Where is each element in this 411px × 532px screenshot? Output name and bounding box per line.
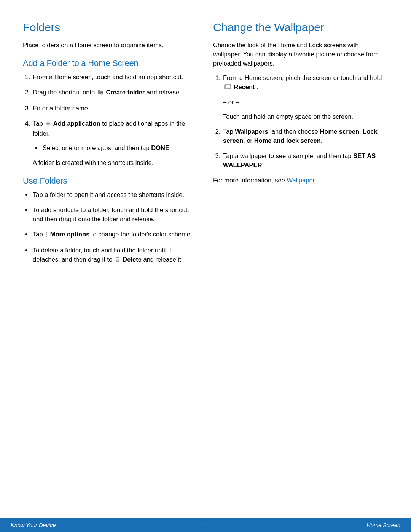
wallpaper-steps: From a Home screen, pinch the screen or … (213, 73, 388, 170)
step-text: , and then choose (268, 128, 320, 135)
list-item: Select one or more apps, and then tap DO… (42, 144, 198, 153)
folder-created-note: A folder is created with the shortcuts i… (33, 158, 198, 168)
list-item: From a Home screen, pinch the screen or … (222, 73, 388, 121)
more-info-text: For more information, see (213, 177, 287, 184)
folders-intro: Place folders on a Home screen to organi… (23, 41, 198, 50)
list-item: Tap More options to change the folder's … (32, 230, 198, 240)
add-folder-steps: From a Home screen, touch and hold an ap… (23, 73, 198, 168)
step-text: to change the folder's color scheme. (91, 231, 192, 238)
step-text: . (321, 137, 323, 144)
more-options-icon (45, 231, 48, 240)
right-column: Change the Wallpaper Change the look of … (213, 21, 388, 271)
sub-bullets: Select one or more apps, and then tap DO… (33, 144, 198, 153)
create-folder-icon (97, 89, 104, 98)
step-bold: Home screen (320, 128, 359, 135)
step-bold: Wallpapers (235, 128, 268, 135)
list-item: Tap a folder to open it and access the s… (32, 190, 198, 200)
step-text: Drag the shortcut onto (33, 89, 97, 96)
step-text: Tap a wallpaper to see a sample, and the… (223, 152, 353, 159)
heading-folders: Folders (23, 21, 198, 34)
plus-icon (45, 120, 51, 129)
svg-rect-5 (225, 84, 231, 88)
wallpaper-intro: Change the look of the Home and Lock scr… (213, 41, 388, 68)
page-number: 11 (202, 522, 209, 528)
recent-icon (224, 83, 231, 93)
trash-icon (115, 256, 120, 265)
step-text: . (169, 144, 171, 151)
svg-point-2 (46, 234, 47, 235)
more-info-text: . (314, 177, 316, 184)
svg-point-1 (46, 232, 47, 233)
list-item: Tap Wallpapers, and then choose Home scr… (222, 127, 388, 145)
page-content: Folders Place folders on a Home screen t… (0, 0, 411, 271)
step-bold: More options (50, 231, 90, 238)
step-text: . (262, 161, 264, 168)
heading-use-folders: Use Folders (23, 176, 198, 186)
step-text: From a Home screen, pinch the screen or … (223, 74, 382, 81)
step-bold: DONE (151, 144, 169, 151)
list-item: Tap Add application to place additional … (32, 119, 198, 168)
use-folders-bullets: Tap a folder to open it and access the s… (23, 190, 198, 265)
heading-wallpaper: Change the Wallpaper (213, 21, 388, 34)
left-column: Folders Place folders on a Home screen t… (23, 21, 198, 271)
list-item: Drag the shortcut onto Create folder and… (32, 88, 198, 98)
step-text: and release it. (143, 256, 183, 263)
more-info: For more information, see Wallpaper. (213, 176, 388, 185)
page-footer: Know Your Device 11 Home Screen (0, 518, 411, 532)
heading-add-folder: Add a Folder to a Home Screen (23, 58, 198, 68)
list-item: Tap a wallpaper to see a sample, and the… (222, 152, 388, 170)
step-text: and release. (147, 89, 181, 96)
step-bold: Delete (123, 256, 142, 263)
wallpaper-link[interactable]: Wallpaper (287, 177, 315, 184)
step-text: . (256, 83, 258, 90)
step-bold: Home and lock screen (254, 137, 321, 144)
step-bold: Create folder (106, 89, 145, 96)
footer-left: Know Your Device (11, 522, 56, 528)
list-item: Enter a folder name. (32, 104, 198, 113)
step-text: , or (243, 137, 254, 144)
step-text: Tap (223, 128, 235, 135)
list-item: From a Home screen, touch and hold an ap… (32, 73, 198, 82)
step-alt-text: Touch and hold an empty space on the scr… (223, 112, 388, 121)
list-item: To delete a folder, touch and hold the f… (32, 246, 198, 265)
step-text: , (359, 128, 363, 135)
step-bold: Add application (53, 120, 100, 127)
step-text: Select one or more apps, and then tap (43, 144, 151, 151)
step-text: Tap (33, 231, 45, 238)
step-text: Tap (33, 120, 45, 127)
footer-right: Home Screen (366, 522, 400, 528)
svg-point-3 (46, 236, 47, 237)
or-separator: – or – (223, 98, 388, 107)
step-bold: Recent (234, 83, 255, 90)
list-item: To add shortcuts to a folder, touch and … (32, 206, 198, 224)
